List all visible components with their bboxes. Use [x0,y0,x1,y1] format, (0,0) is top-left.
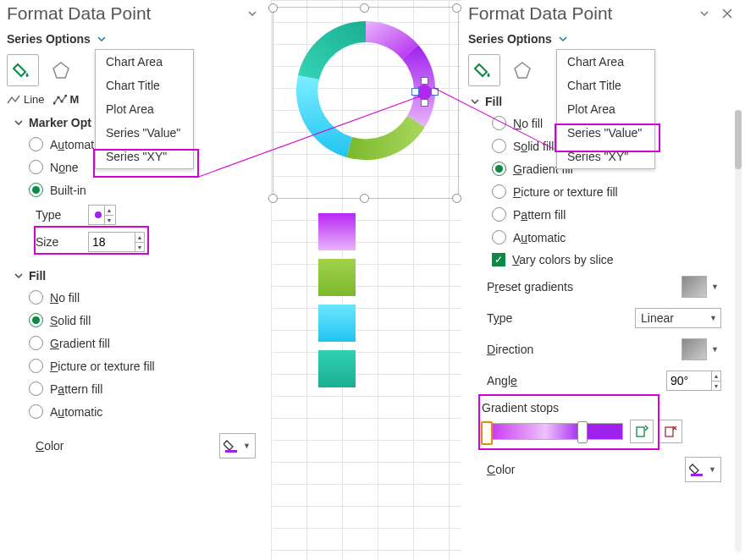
svg-marker-7 [515,63,530,78]
gradient-stops-section: Gradient stops [463,396,745,448]
dropdown-item-series-xy[interactable]: Series "XY" [557,145,654,168]
remove-gradient-stop-button[interactable] [659,420,682,443]
dropdown-item-plot-area[interactable]: Plot Area [96,97,193,121]
pane-header: Format Data Point [461,0,745,30]
chevron-down-icon [470,96,480,107]
svg-rect-8 [637,427,644,436]
radio-picture-fill[interactable]: Picture or texture fill [0,354,271,377]
color-swatch-cyan [318,305,356,342]
gradient-stop-handle[interactable] [577,421,588,443]
marker-type-row: Type ▲▼ [0,201,271,228]
marker-size-input[interactable]: ▲▼ [88,232,145,252]
format-toolbar: Chart Area Chart Title Plot Area Series … [0,51,271,91]
gradient-stops-track[interactable] [482,423,623,440]
svg-rect-6 [225,450,237,453]
radio-picture-fill[interactable]: Picture or texture fill [463,180,745,203]
color-swatch-teal [318,350,356,387]
preset-gradients-row: Preset gradients ▼ [463,271,745,303]
gradient-type-row: Type Linear▼ [463,303,745,333]
dropdown-item-series-xy[interactable]: Series "XY" [96,145,193,168]
radio-icon [29,183,43,197]
series-options-label[interactable]: Series Options [461,30,745,51]
format-toolbar: Chart Area Chart Title Plot Area Series … [461,51,745,91]
svg-point-5 [95,211,102,218]
svg-point-2 [57,96,59,98]
radio-builtin[interactable]: Built-in [0,178,271,201]
chevron-down-icon [14,271,24,281]
chevron-down-icon [96,33,108,45]
angle-input[interactable]: ▲▼ [666,371,721,391]
selection-handle[interactable] [268,3,278,13]
line-icon [7,95,20,105]
radio-pattern-fill[interactable]: Pattern fill [463,203,745,226]
fill-header-left[interactable]: Fill [0,255,271,286]
marker-icon [53,95,67,105]
fill-bucket-icon [689,462,704,477]
marker-handle[interactable] [421,77,428,85]
scrollbar[interactable] [735,110,742,552]
radio-no-fill[interactable]: No fill [0,286,271,309]
format-data-point-pane-left: Format Data Point Series Options Chart A… [0,0,271,560]
collapse-icon[interactable] [240,5,264,22]
series-options-label[interactable]: Series Options [0,30,271,51]
dropdown-item-plot-area[interactable]: Plot Area [557,97,654,121]
dropdown-item-series-value[interactable]: Series "Value" [557,121,654,145]
gradient-type-dropdown[interactable]: Linear▼ [635,308,721,328]
radio-auto-fill[interactable]: Automatic [463,226,745,249]
radio-solid-fill[interactable]: Solid fill [0,309,271,332]
marker-handle[interactable] [411,88,419,96]
circle-marker-icon [92,209,104,221]
size-spinner[interactable]: ▲▼ [135,233,144,252]
collapse-icon[interactable] [693,5,716,22]
selection-handle[interactable] [268,194,278,203]
radio-icon [29,160,43,174]
add-gradient-stop-button[interactable] [630,420,654,443]
radio-gradient-fill[interactable]: Gradient fill [0,332,271,354]
selection-handle[interactable] [360,194,369,203]
angle-spinner[interactable]: ▲▼ [711,371,720,391]
marker-type-selector[interactable]: ▲▼ [88,205,116,225]
preset-gradients-button[interactable] [682,276,707,298]
color-swatch-green [318,259,356,296]
selection-handle[interactable] [452,194,461,203]
fill-and-line-icon[interactable] [468,54,500,86]
pane-header: Format Data Point [0,0,271,30]
chevron-down-icon [14,118,24,128]
marker-handle[interactable] [421,99,428,107]
selection-handle[interactable] [452,3,461,13]
svg-point-3 [60,100,63,102]
dropdown-item-series-value[interactable]: Series "Value" [96,121,193,145]
gradient-stop-handle[interactable] [481,421,493,445]
gradient-color-row: Color ▼ [463,448,745,487]
gradient-angle-row: Angle ▲▼ [463,365,745,396]
marker-color-row: Color ▼ [0,423,271,464]
radio-auto-fill[interactable]: Automatic [0,400,271,423]
dropdown-item-chart-area[interactable]: Chart Area [96,50,193,74]
radio-icon [29,137,43,151]
dropdown-item-chart-title[interactable]: Chart Title [557,74,654,97]
marker-color-button[interactable]: ▼ [219,433,256,458]
svg-rect-9 [665,427,673,436]
checkbox-vary-colors[interactable]: ✓ Vary colors by slice [463,249,745,271]
effects-icon[interactable] [507,55,538,85]
chart-canvas [271,0,461,560]
dropdown-item-chart-area[interactable]: Chart Area [557,50,654,74]
dropdown-item-chart-title[interactable]: Chart Title [96,74,193,97]
pane-title: Format Data Point [7,3,240,24]
pane-title: Format Data Point [468,3,693,24]
fill-and-line-icon[interactable] [7,54,39,86]
tab-line[interactable]: Line [7,93,45,106]
gradient-direction-row: Direction ▼ [463,333,745,365]
format-data-point-pane-right: Format Data Point Series Options Chart A… [461,0,745,560]
radio-pattern-fill[interactable]: Pattern fill [0,377,271,400]
gradient-color-button[interactable]: ▼ [685,457,721,482]
tab-marker[interactable]: M [53,93,80,106]
color-swatch-purple [318,213,356,250]
series-options-dropdown-right: Chart Area Chart Title Plot Area Series … [556,49,655,169]
gradient-direction-button[interactable] [682,338,707,360]
scrollbar-thumb[interactable] [735,110,742,169]
close-icon[interactable] [716,6,738,21]
marker-size-row: Size ▲▼ [0,228,271,255]
gradient-stops-label: Gradient stops [482,401,728,420]
effects-icon[interactable] [46,55,76,85]
